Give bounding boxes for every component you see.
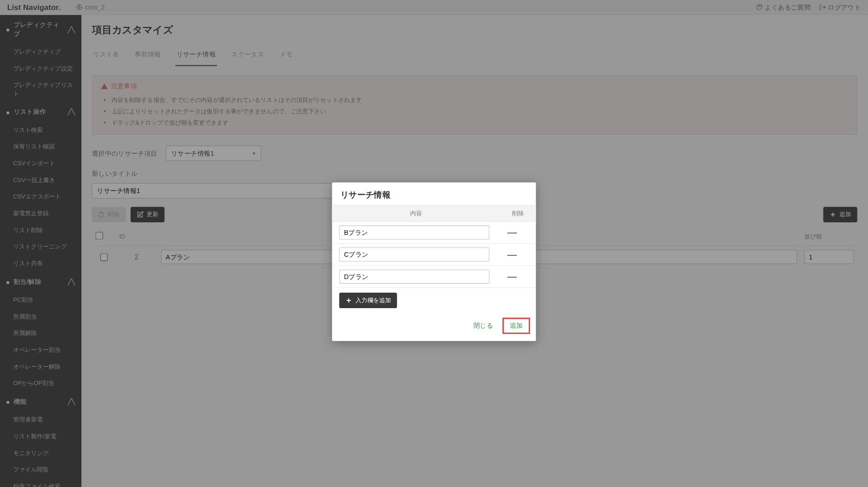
modal-title: リサーチ情報 [332, 183, 536, 205]
modal-row-delete[interactable]: — [500, 249, 524, 260]
add-input-button[interactable]: 入力欄を追加 [339, 293, 397, 308]
modal-overlay: リサーチ情報 内容 削除 ——— 入力欄を追加 閉じる 追加 [0, 0, 868, 487]
add-input-text: 入力欄を追加 [355, 296, 391, 304]
modal-row: — [332, 266, 536, 288]
modal-close-button[interactable]: 閉じる [467, 318, 499, 334]
modal-col-delete: 削除 [500, 209, 536, 218]
modal-row-delete[interactable]: — [500, 271, 524, 282]
modal-row: — [332, 222, 536, 244]
modal-col-content: 内容 [332, 209, 500, 218]
modal-submit-button[interactable]: 追加 [503, 318, 530, 334]
modal-row: — [332, 244, 536, 266]
plus-icon [345, 297, 352, 304]
research-modal: リサーチ情報 内容 削除 ——— 入力欄を追加 閉じる 追加 [332, 183, 536, 341]
modal-content-input[interactable] [339, 269, 489, 284]
modal-row-delete[interactable]: — [500, 227, 524, 238]
modal-content-input[interactable] [339, 248, 489, 262]
modal-content-input[interactable] [339, 225, 489, 239]
